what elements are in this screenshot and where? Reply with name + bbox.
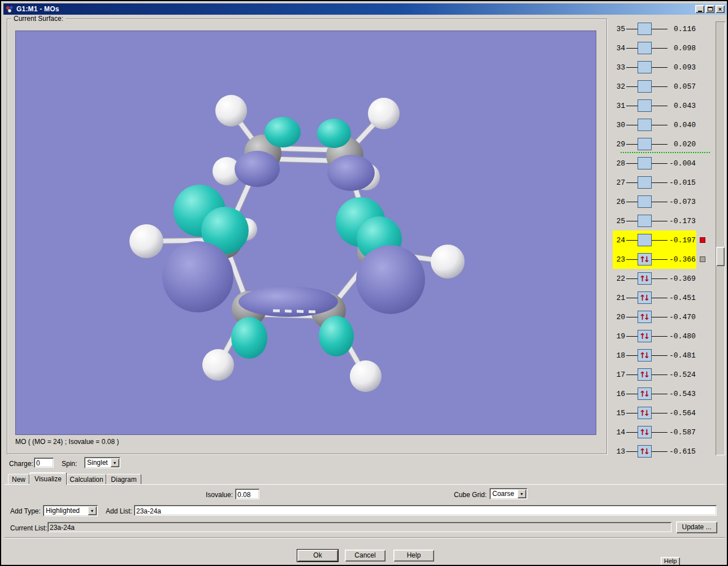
- mo-box[interactable]: [638, 407, 652, 419]
- mos-dialog-window: G1:M1 - MOs × Current Surface:: [1, 1, 727, 565]
- mo-box[interactable]: [638, 215, 652, 227]
- current-surface-label: Current Surface:: [11, 15, 66, 23]
- gray-selection-marker[interactable]: [700, 256, 705, 262]
- mo-row[interactable]: 33 0.093: [613, 58, 696, 77]
- visualize-tab-panel: [5, 484, 725, 537]
- corner-help-button[interactable]: Help: [661, 557, 680, 566]
- mo-row[interactable]: 19 -0.480: [613, 326, 696, 346]
- mo-row[interactable]: 29 0.020: [613, 134, 696, 154]
- mo-row[interactable]: 22 -0.369: [613, 269, 696, 288]
- mo-box[interactable]: [638, 61, 652, 73]
- mo-box[interactable]: [638, 368, 652, 381]
- mo-row[interactable]: 18 -0.481: [613, 346, 696, 365]
- mo-box[interactable]: [638, 311, 652, 323]
- mo-number: 16: [614, 390, 626, 398]
- mo-connector-line: [652, 394, 668, 394]
- mo-box[interactable]: [638, 349, 652, 362]
- mo-row[interactable]: 14 -0.587: [613, 423, 696, 442]
- mo-number: 24: [614, 236, 626, 245]
- mo-list-scrollbar[interactable]: [716, 21, 725, 455]
- titlebar[interactable]: G1:M1 - MOs ×: [3, 3, 727, 15]
- mo-connector-line: [652, 298, 668, 298]
- mo-box[interactable]: [638, 253, 652, 265]
- mo-row[interactable]: 28 -0.004: [613, 154, 696, 173]
- mo-energy: -0.173: [668, 217, 696, 225]
- mo-box[interactable]: [638, 330, 652, 342]
- mo-row[interactable]: 17 -0.524: [613, 365, 696, 384]
- mo-row[interactable]: 24 -0.197: [613, 230, 696, 250]
- mo-box[interactable]: [638, 272, 652, 285]
- mo-box[interactable]: [638, 42, 652, 54]
- mo-connector-line: [652, 163, 668, 164]
- mo-row[interactable]: 26 -0.073: [613, 192, 696, 211]
- red-selection-marker[interactable]: [700, 237, 705, 243]
- mo-box[interactable]: [638, 119, 652, 131]
- window-title: G1:M1 - MOs: [16, 5, 59, 13]
- mo-number: 18: [614, 351, 626, 360]
- spin-select[interactable]: Singlet ▼: [84, 457, 120, 468]
- mo-row[interactable]: 13 -0.615: [613, 442, 696, 461]
- mo-box[interactable]: [638, 445, 652, 458]
- mo-connector-line: [626, 67, 638, 68]
- mo-box[interactable]: [638, 426, 652, 438]
- mo-row[interactable]: 23 -0.366: [613, 250, 696, 269]
- cancel-button[interactable]: Cancel: [345, 550, 385, 561]
- mo-row[interactable]: 31 0.043: [613, 96, 696, 115]
- mo-row[interactable]: 20 -0.470: [613, 307, 696, 326]
- mo-row[interactable]: 21 -0.451: [613, 288, 696, 307]
- close-button[interactable]: ×: [716, 5, 725, 13]
- mo-connector-line: [626, 451, 638, 452]
- mo-box[interactable]: [638, 388, 652, 400]
- mo-connector-line: [652, 375, 668, 375]
- molecule-3d-view: [16, 31, 596, 435]
- mo-connector-line: [652, 259, 668, 260]
- mo-connector-line: [626, 432, 638, 433]
- charge-label: Charge:: [9, 460, 33, 468]
- mo-energy: -0.524: [668, 371, 696, 379]
- mo-box[interactable]: [638, 195, 652, 208]
- mo-box[interactable]: [638, 99, 652, 112]
- mo-number: 33: [614, 63, 626, 72]
- help-button[interactable]: Help: [393, 550, 434, 561]
- mo-row[interactable]: 35 0.116: [613, 19, 696, 38]
- mo-number: 28: [614, 159, 626, 168]
- mo-connector-line: [652, 125, 668, 125]
- mo-connector-line: [652, 355, 668, 356]
- ok-button[interactable]: Ok: [297, 550, 338, 561]
- mo-energy: -0.369: [668, 275, 696, 283]
- tab-calculation[interactable]: Calculation: [67, 474, 106, 484]
- mo-row[interactable]: 15 -0.564: [613, 403, 696, 423]
- mo-box[interactable]: [638, 138, 652, 150]
- molecule-viewport[interactable]: [15, 31, 596, 435]
- mo-row[interactable]: 25 -0.173: [613, 211, 696, 230]
- mo-number: 31: [614, 102, 626, 110]
- mo-energy: -0.451: [668, 294, 696, 302]
- chevron-down-icon[interactable]: ▼: [110, 458, 119, 467]
- mo-connector-line: [626, 355, 638, 356]
- maximize-button[interactable]: [705, 5, 714, 13]
- charge-input[interactable]: [34, 458, 54, 468]
- mo-row[interactable]: 34 0.098: [613, 38, 696, 58]
- minimize-button[interactable]: [695, 5, 704, 13]
- tab-new[interactable]: New: [8, 474, 29, 484]
- tab-diagram[interactable]: Diagram: [106, 474, 141, 484]
- mo-connector-line: [626, 48, 638, 49]
- scrollbar-thumb[interactable]: [716, 247, 725, 266]
- mo-box[interactable]: [638, 291, 652, 304]
- mo-connector-line: [626, 298, 638, 298]
- mo-connector-line: [626, 394, 638, 394]
- tab-visualize[interactable]: Visualize: [29, 472, 67, 485]
- mo-box[interactable]: [638, 176, 652, 189]
- mo-box[interactable]: [638, 234, 652, 246]
- mo-connector-line: [626, 317, 638, 317]
- mo-box[interactable]: [638, 80, 652, 93]
- mo-row[interactable]: 32 0.057: [613, 77, 696, 96]
- mo-row[interactable]: 27 -0.015: [613, 173, 696, 192]
- mo-energy: 0.020: [668, 140, 696, 149]
- mo-box[interactable]: [638, 23, 652, 35]
- mo-row[interactable]: 16 -0.543: [613, 384, 696, 403]
- mo-box[interactable]: [638, 157, 652, 169]
- mo-row[interactable]: 30 0.040: [613, 115, 696, 134]
- tab-label: Visualize: [34, 475, 62, 483]
- spin-label: Spin:: [62, 460, 77, 468]
